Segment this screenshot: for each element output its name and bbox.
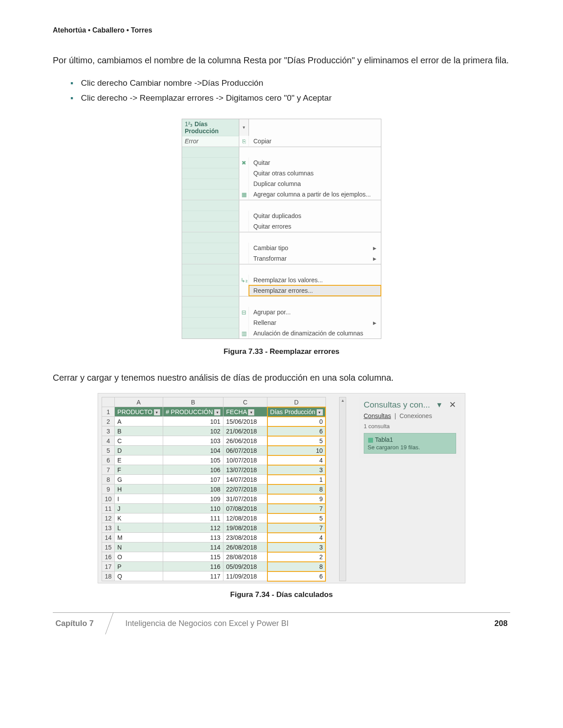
cell[interactable]: P [114,562,163,571]
row-header-12[interactable]: 12 [102,513,115,523]
menu-item-agregar-columna-a-partir-de-los-ejemplos-[interactable]: Agregar columna a partir de los ejemplos… [249,189,381,200]
cell[interactable]: 05/09/2018 [223,562,267,571]
cell[interactable]: A [114,417,163,426]
row-header-16[interactable]: 16 [102,552,115,562]
cell[interactable]: 104 [163,446,223,455]
cell[interactable]: Q [114,571,163,581]
cell[interactable]: 0 [267,417,326,426]
row-header-10[interactable]: 10 [102,494,115,504]
cell[interactable]: 14/07/2018 [223,475,267,484]
cell[interactable]: L [114,523,163,533]
menu-item-quitar-otras-columnas[interactable]: Quitar otras columnas [249,168,381,178]
cell[interactable]: 8 [267,562,326,571]
cell[interactable]: N [114,542,163,552]
cell[interactable]: 4 [267,455,326,465]
select-all-corner[interactable] [102,397,115,407]
menu-item-copiar[interactable]: Copiar [249,136,381,146]
menu-item-transformar[interactable]: Transformar▶ [249,253,381,264]
col-header-c[interactable]: C [223,397,267,407]
query-card[interactable]: ▦ Tabla1 Se cargaron 19 filas. [364,433,456,454]
pq-column-header[interactable]: 1²₃ Días Producción [182,119,239,136]
menu-item-agrupar-por-[interactable]: Agrupar por... [249,307,381,317]
cell[interactable]: 102 [163,426,223,436]
pane-dropdown-icon[interactable]: ▾ [437,400,442,410]
menu-item-rellenar[interactable]: Rellenar▶ [249,317,381,328]
cell[interactable]: K [114,513,163,523]
cell[interactable]: 109 [163,494,223,504]
cell[interactable]: 117 [163,571,223,581]
cell[interactable]: F [114,465,163,475]
cell[interactable]: 4 [267,533,326,542]
col-header-d[interactable]: D [267,397,326,407]
menu-item-reemplazar-los-valores-[interactable]: Reemplazar los valores... [249,275,381,285]
cell[interactable]: 22/07/2018 [223,484,267,494]
row-header-14[interactable]: 14 [102,533,115,542]
cell[interactable]: 101 [163,417,223,426]
cell[interactable]: 110 [163,504,223,513]
cell[interactable]: B [114,426,163,436]
row-header-2[interactable]: 2 [102,417,115,426]
cell[interactable]: 15/06/2018 [223,417,267,426]
cell[interactable]: 12/08/2018 [223,513,267,523]
close-icon[interactable]: ✕ [449,400,456,410]
row-header-1[interactable]: 1 [102,407,115,417]
table-header-fecha[interactable]: FECHA▾ [223,407,267,417]
cell[interactable]: 11/09/2018 [223,571,267,581]
cell[interactable]: I [114,494,163,504]
cell[interactable]: 2 [267,552,326,562]
cell[interactable]: 114 [163,542,223,552]
cell[interactable]: 111 [163,513,223,523]
cell[interactable]: 115 [163,552,223,562]
cell[interactable]: J [114,504,163,513]
cell[interactable]: 06/07/2018 [223,446,267,455]
cell[interactable]: 21/06/2018 [223,426,267,436]
row-header-3[interactable]: 3 [102,426,115,436]
menu-item-cambiar-tipo[interactable]: Cambiar tipo▶ [249,243,381,253]
cell[interactable]: 3 [267,542,326,552]
cell[interactable]: 5 [267,513,326,523]
cell[interactable]: 108 [163,484,223,494]
table-header-producto[interactable]: PRODUCTO▾ [114,407,163,417]
cell[interactable]: M [114,533,163,542]
row-header-5[interactable]: 5 [102,446,115,455]
row-header-4[interactable]: 4 [102,436,115,446]
cell[interactable]: 9 [267,494,326,504]
cell[interactable]: 6 [267,426,326,436]
menu-item-reemplazar-errores-[interactable]: Reemplazar errores... [249,285,381,296]
row-header-13[interactable]: 13 [102,523,115,533]
cell[interactable]: 31/07/2018 [223,494,267,504]
filter-dropdown-icon[interactable]: ▾ [248,409,254,415]
cell[interactable]: 10 [267,446,326,455]
menu-item-quitar[interactable]: Quitar [249,157,381,168]
row-header-9[interactable]: 9 [102,484,115,494]
col-header-a[interactable]: A [114,397,163,407]
cell[interactable]: 116 [163,562,223,571]
tab-consultas[interactable]: Consultas [364,412,391,419]
cell[interactable]: 7 [267,523,326,533]
cell[interactable]: 26/06/2018 [223,436,267,446]
cell[interactable]: 26/08/2018 [223,542,267,552]
cell[interactable]: 3 [267,465,326,475]
filter-dropdown-icon[interactable]: ▾ [214,409,220,415]
cell[interactable]: 113 [163,533,223,542]
cell[interactable]: 07/08/2018 [223,504,267,513]
cell[interactable]: 1 [267,475,326,484]
cell[interactable]: 23/08/2018 [223,533,267,542]
table-header-d-as-producci-n[interactable]: Días Producción▾ [267,407,326,417]
cell[interactable]: 105 [163,455,223,465]
cell[interactable]: G [114,475,163,484]
row-header-7[interactable]: 7 [102,465,115,475]
menu-item-quitar-duplicados[interactable]: Quitar duplicados [249,211,381,221]
vertical-scrollbar[interactable] [339,397,346,581]
row-header-6[interactable]: 6 [102,455,115,465]
cell[interactable]: 19/08/2018 [223,523,267,533]
cell[interactable]: 106 [163,465,223,475]
cell[interactable]: E [114,455,163,465]
filter-dropdown-icon[interactable]: ▾ [317,409,323,415]
tab-conexiones[interactable]: Conexiones [399,412,432,419]
cell[interactable]: 112 [163,523,223,533]
pq-column-dropdown[interactable]: ▼ [239,119,249,136]
cell[interactable]: 10/07/2018 [223,455,267,465]
cell[interactable]: H [114,484,163,494]
row-header-17[interactable]: 17 [102,562,115,571]
